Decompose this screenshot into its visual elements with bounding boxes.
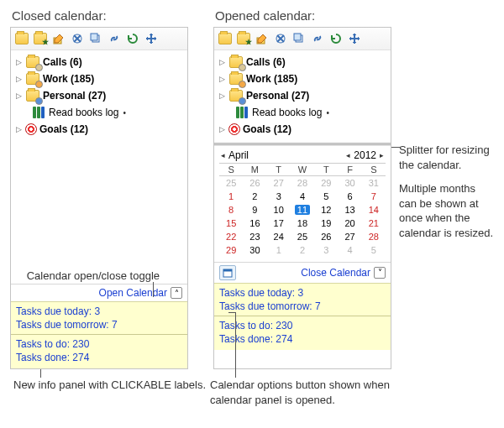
tree-item-calls[interactable]: ▷Calls (6): [13, 54, 186, 70]
calendar-day[interactable]: 7: [362, 190, 386, 203]
calendar-day[interactable]: 1: [219, 190, 243, 203]
tree-item-work[interactable]: ▷Work (185): [216, 70, 389, 87]
chevron-down-icon[interactable]: ˅: [374, 267, 386, 279]
tree-item-goals[interactable]: ▷Goals (12): [13, 121, 186, 138]
calendar-day[interactable]: 5: [314, 190, 338, 203]
svg-rect-7: [294, 34, 301, 40]
calendar-day[interactable]: 31: [362, 176, 386, 190]
calendar-day[interactable]: 26: [314, 230, 338, 243]
calendar-day[interactable]: 15: [219, 217, 243, 230]
folder-icon: [25, 55, 40, 69]
calendar-day[interactable]: 30: [243, 243, 266, 257]
tree-item-goals[interactable]: ▷Goals (12): [216, 121, 389, 138]
calendar-header: ◂ April ◂ 2012 ▸: [219, 149, 386, 163]
calendar-day[interactable]: 25: [291, 230, 314, 243]
calendar-day[interactable]: 8: [219, 203, 243, 217]
calendar-day[interactable]: 30: [338, 176, 361, 190]
calendar-day[interactable]: 12: [314, 203, 338, 217]
calendar-grid: SMTWTFS 25262728293031123456789101112131…: [219, 163, 386, 257]
calendar-day[interactable]: 4: [338, 243, 361, 257]
expander-icon[interactable]: ▷: [218, 125, 226, 133]
refresh-icon[interactable]: [124, 30, 141, 47]
move-icon[interactable]: [143, 30, 160, 47]
calendar-dow: F: [338, 164, 361, 176]
new-folder-icon[interactable]: ★: [32, 30, 49, 47]
expander-icon[interactable]: ▷: [14, 125, 23, 133]
link-icon[interactable]: [106, 30, 123, 47]
calendar-day[interactable]: 24: [267, 230, 291, 243]
calendar-day[interactable]: 2: [243, 190, 266, 203]
calendar-day[interactable]: 17: [267, 217, 291, 230]
prev-month-icon[interactable]: ◂: [221, 151, 225, 159]
tree-item-calls[interactable]: ▷Calls (6): [216, 54, 389, 70]
calendar-day[interactable]: 18: [291, 217, 314, 230]
info-tomorrow[interactable]: Tasks due tomorrow: 7: [219, 300, 386, 313]
calendar-day[interactable]: 23: [243, 230, 266, 243]
close-calendar-link[interactable]: Close Calendar: [301, 267, 370, 279]
folder-icon[interactable]: [217, 30, 234, 47]
calendar-day[interactable]: 29: [314, 176, 338, 190]
info-done[interactable]: Tasks done: 274: [219, 332, 386, 346]
calendar-options-button[interactable]: [219, 265, 236, 280]
calendar-day[interactable]: 20: [338, 217, 361, 230]
info-todo[interactable]: Tasks to do: 230: [16, 337, 182, 351]
calendar-day[interactable]: 29: [219, 243, 243, 257]
calendar-day[interactable]: 16: [243, 217, 266, 230]
calendar-day[interactable]: 27: [338, 230, 361, 243]
link-icon[interactable]: [309, 30, 326, 47]
info-today[interactable]: Tasks due today: 3: [16, 305, 182, 318]
calendar-day[interactable]: 5: [362, 243, 386, 257]
edit-icon[interactable]: [50, 30, 67, 47]
calendar-day[interactable]: 13: [338, 203, 361, 217]
next-year-icon[interactable]: ▸: [380, 151, 384, 159]
refresh-icon[interactable]: [328, 30, 344, 47]
expander-icon[interactable]: ▷: [218, 91, 226, 100]
expander-icon[interactable]: ▷: [14, 91, 23, 100]
info-today[interactable]: Tasks due today: 3: [219, 286, 386, 300]
bullet-icon: •: [123, 108, 126, 117]
tree-item-label: Work (185): [43, 73, 94, 85]
expander-icon[interactable]: ▷: [14, 75, 23, 83]
chevron-up-icon[interactable]: ˄: [171, 287, 182, 299]
copy-icon[interactable]: [87, 30, 104, 47]
edit-icon[interactable]: [254, 30, 270, 47]
calendar-day[interactable]: 21: [362, 217, 386, 230]
move-icon[interactable]: [346, 30, 363, 47]
calendar-day[interactable]: 26: [243, 176, 266, 190]
expander-icon[interactable]: ▷: [14, 58, 23, 66]
cut-icon[interactable]: [69, 30, 86, 47]
calendar-day[interactable]: 4: [291, 190, 314, 203]
info-tomorrow[interactable]: Tasks due tomorrow: 7: [16, 318, 182, 331]
calendar-day[interactable]: 19: [314, 217, 338, 230]
expander-icon[interactable]: ▷: [218, 75, 226, 83]
calendar-day[interactable]: 2: [291, 243, 314, 257]
calendar-day[interactable]: 28: [291, 176, 314, 190]
open-calendar-link[interactable]: Open Calendar: [99, 287, 167, 299]
folder-icon[interactable]: [13, 30, 30, 47]
tree-item-books[interactable]: Read books log•: [216, 104, 389, 121]
calendar-day[interactable]: 22: [219, 230, 243, 243]
calendar-day[interactable]: 14: [362, 203, 386, 217]
info-done[interactable]: Tasks done: 274: [16, 351, 182, 364]
tree-item-work[interactable]: ▷Work (185): [13, 70, 186, 87]
tree-item-books[interactable]: Read books log•: [13, 104, 186, 121]
calendar-day[interactable]: 25: [219, 176, 243, 190]
expander-icon[interactable]: ▷: [218, 58, 226, 66]
new-folder-icon[interactable]: ★: [235, 30, 252, 47]
tree-item-personal[interactable]: ▷Personal (27): [13, 87, 186, 104]
info-todo[interactable]: Tasks to do: 230: [219, 319, 386, 332]
tree-item-personal[interactable]: ▷Personal (27): [216, 87, 389, 104]
calendar-day[interactable]: 1: [267, 243, 291, 257]
calendar-day[interactable]: 9: [243, 203, 266, 217]
calendar-day[interactable]: 27: [267, 176, 291, 190]
calendar-day[interactable]: 11: [291, 203, 314, 217]
calendar-day[interactable]: 3: [314, 243, 338, 257]
copy-icon[interactable]: [291, 30, 307, 47]
calendar-day[interactable]: 28: [362, 230, 386, 243]
calendar-day[interactable]: 10: [267, 203, 291, 217]
cut-icon[interactable]: [272, 30, 289, 47]
heading-opened: Opened calendar:: [213, 8, 315, 23]
calendar-day[interactable]: 6: [338, 190, 361, 203]
prev-year-icon[interactable]: ◂: [346, 151, 350, 159]
calendar-day[interactable]: 3: [267, 190, 291, 203]
